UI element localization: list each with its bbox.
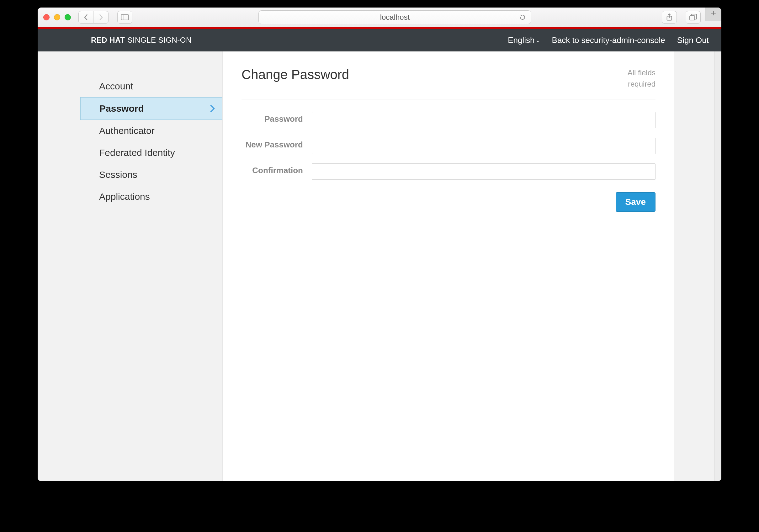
input-current-password[interactable] [312,112,656,128]
svg-rect-0 [121,15,129,20]
header-links: English⌄ Back to security-admin-console … [508,35,709,45]
browser-titlebar: localhost + [38,8,721,27]
sidebar: Account Password Authenticator Federated… [38,52,223,481]
fullscreen-window-button[interactable] [64,14,71,20]
address-bar-url: localhost [259,13,531,21]
row-new-password: New Password [242,138,656,154]
brand-logo: RED HAT SINGLE SIGN-ON [91,36,192,45]
input-confirmation[interactable] [312,163,656,180]
toolbar-right [658,11,701,23]
sidebar-item-sessions[interactable]: Sessions [80,164,222,186]
app-body: Account Password Authenticator Federated… [38,52,721,481]
main-content: Change Password All fields required Pass… [223,52,674,481]
input-new-password[interactable] [312,138,656,154]
reload-icon[interactable] [519,14,526,21]
sidebar-item-password[interactable]: Password [80,97,222,120]
share-button[interactable] [662,11,677,23]
required-fields-note: All fields required [627,67,656,90]
address-bar[interactable]: localhost [259,10,531,24]
minimize-window-button[interactable] [54,14,60,20]
row-current-password: Password [242,112,656,128]
svg-rect-4 [690,16,695,20]
sign-out-link[interactable]: Sign Out [677,35,709,45]
app-header: RED HAT SINGLE SIGN-ON English⌄ Back to … [38,29,721,52]
window-controls [43,14,71,20]
nav-buttons [78,11,108,23]
save-button[interactable]: Save [616,192,656,212]
forward-button[interactable] [94,11,108,23]
sidebar-toggle-button[interactable] [117,11,132,23]
sidebar-item-account[interactable]: Account [80,75,222,97]
label-new-password: New Password [242,138,312,150]
brand-strong: RED HAT [91,36,125,45]
tabs-button[interactable] [686,11,701,23]
label-password: Password [242,112,312,125]
close-window-button[interactable] [43,14,50,20]
form-actions: Save [242,192,656,212]
sidebar-nav: Account Password Authenticator Federated… [38,75,222,208]
change-password-form: Password New Password Confirmation [242,112,656,212]
language-selector[interactable]: English⌄ [508,35,540,45]
sidebar-item-federated-identity[interactable]: Federated Identity [80,142,222,164]
page-title: Change Password [242,67,349,82]
label-confirmation: Confirmation [242,163,312,176]
row-confirmation: Confirmation [242,163,656,180]
brand-light: SINGLE SIGN-ON [127,36,191,45]
language-label: English [508,35,535,45]
scrollbar-track[interactable] [714,52,721,481]
chevron-down-icon: ⌄ [536,38,540,43]
sidebar-item-authenticator[interactable]: Authenticator [80,120,222,142]
new-tab-button[interactable]: + [705,8,721,21]
app-root: RED HAT SINGLE SIGN-ON English⌄ Back to … [38,27,721,481]
back-button[interactable] [78,11,94,23]
back-to-console-link[interactable]: Back to security-admin-console [552,35,665,45]
sidebar-item-applications[interactable]: Applications [80,186,222,208]
browser-window: localhost + RED HAT [38,8,721,481]
page-header: Change Password All fields required [242,67,656,100]
